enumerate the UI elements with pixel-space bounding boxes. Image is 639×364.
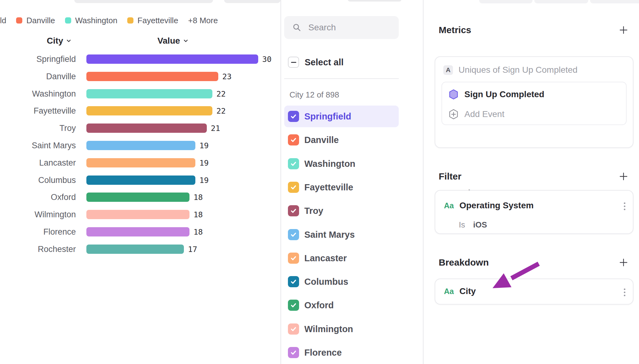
metric-header[interactable]: A Uniques of Sign Up Completed <box>443 65 577 75</box>
check-icon <box>290 136 297 144</box>
filter-kebab-menu[interactable] <box>619 199 630 213</box>
city-list-item[interactable]: Wilmington <box>284 318 399 340</box>
city-checkbox[interactable] <box>288 134 299 145</box>
city-list-item[interactable]: Columbus <box>284 271 399 292</box>
city-list-item[interactable]: Danville <box>284 129 399 151</box>
breakdown-card: Aa City <box>435 279 633 305</box>
city-label: Florence <box>304 348 342 358</box>
add-metric-button[interactable] <box>619 25 628 35</box>
city-checkbox[interactable] <box>288 323 299 335</box>
breakdown-property-row[interactable]: Aa City <box>444 286 476 296</box>
legend-more-label[interactable]: +8 More <box>188 16 218 25</box>
bar[interactable] <box>86 141 195 150</box>
city-checkbox[interactable] <box>288 205 299 216</box>
bar[interactable] <box>86 54 258 64</box>
search-input-box[interactable] <box>284 16 399 39</box>
bar-category-label: Rochester <box>0 245 76 254</box>
cutoff-tab-segment <box>479 0 532 3</box>
cutoff-tab-segment <box>590 0 639 3</box>
check-icon <box>290 325 297 333</box>
breakdown-kebab-menu[interactable] <box>619 285 630 299</box>
indeterminate-minus-icon <box>291 62 296 63</box>
city-checkbox[interactable] <box>288 158 299 169</box>
cutoff-panel-handle <box>348 0 402 2</box>
metrics-section-title: Metrics <box>439 25 471 35</box>
city-checkbox[interactable] <box>288 111 299 122</box>
bar[interactable] <box>86 106 212 115</box>
bar-value-label: 17 <box>188 245 197 254</box>
search-input[interactable] <box>308 22 389 33</box>
legend-item-partial[interactable]: ld <box>0 16 6 25</box>
column-header-city[interactable]: City <box>0 36 72 46</box>
filter-section-title: Filter <box>439 171 461 182</box>
cutoff-toolbar-segment <box>74 0 213 3</box>
bar[interactable] <box>86 193 189 202</box>
add-breakdown-button[interactable] <box>619 258 628 267</box>
legend-item[interactable]: Danville <box>16 16 55 25</box>
metric-letter-badge: A <box>443 65 453 75</box>
bar[interactable] <box>86 210 189 219</box>
city-list-item[interactable]: Saint Marys <box>284 224 399 245</box>
city-label: Wilmington <box>304 324 353 334</box>
city-list-item[interactable]: Springfield <box>284 106 399 127</box>
city-checkbox[interactable] <box>288 253 299 264</box>
select-all-checkbox[interactable] <box>288 57 299 68</box>
check-icon <box>290 207 297 214</box>
legend-item[interactable]: Washington <box>65 16 117 25</box>
city-checkbox[interactable] <box>288 182 299 193</box>
select-all-row[interactable]: Select all <box>284 51 399 73</box>
bar-value-label: 19 <box>199 176 209 185</box>
city-checkbox[interactable] <box>288 300 299 311</box>
add-filter-button[interactable] <box>619 172 628 181</box>
cutoff-tab-segment <box>534 0 588 3</box>
city-checkbox[interactable] <box>288 229 299 240</box>
event-name: Sign Up Completed <box>464 89 544 99</box>
filter-property-name: Operating System <box>459 201 534 210</box>
check-icon <box>290 231 297 238</box>
city-list-item[interactable]: Washington <box>284 153 399 175</box>
city-label: Oxford <box>304 300 334 310</box>
bar-value-label: 18 <box>193 210 203 219</box>
add-event-row[interactable]: Add Event <box>449 109 504 119</box>
breakdown-section-title: Breakdown <box>439 257 489 268</box>
legend-label: Fayetteville <box>137 16 178 25</box>
city-label: Danville <box>304 135 339 145</box>
city-checkbox[interactable] <box>288 276 299 287</box>
bar[interactable] <box>86 245 184 254</box>
city-list-item[interactable]: Fayetteville <box>284 176 399 198</box>
check-icon <box>290 254 297 262</box>
city-list-item[interactable]: Oxford <box>284 294 399 316</box>
city-list-item[interactable]: Florence <box>284 342 399 363</box>
city-label: Fayetteville <box>304 182 353 193</box>
bar[interactable] <box>86 176 195 185</box>
bar[interactable] <box>86 124 207 133</box>
bar[interactable] <box>86 158 195 167</box>
bar-category-label: Oxford <box>0 193 76 202</box>
bar-value-label: 22 <box>216 106 226 115</box>
city-list-item[interactable]: Lancaster <box>284 247 399 269</box>
legend-swatch <box>127 17 133 24</box>
city-count-label: City 12 of 898 <box>289 90 339 99</box>
bar-category-label: Saint Marys <box>0 141 76 150</box>
bar[interactable] <box>86 227 189 236</box>
city-list-item[interactable]: Troy <box>284 200 399 222</box>
event-row[interactable]: Sign Up Completed <box>449 89 544 100</box>
bar-value-label: 23 <box>222 72 232 81</box>
check-icon <box>290 349 297 356</box>
bar[interactable] <box>86 89 212 98</box>
filter-operator[interactable]: Is <box>459 220 465 230</box>
bar-value-label: 21 <box>211 124 220 133</box>
city-checkbox[interactable] <box>288 347 299 358</box>
breakdown-property-name: City <box>459 286 476 296</box>
panel-divider <box>423 0 424 364</box>
bar-category-label: Florence <box>0 227 76 236</box>
check-icon <box>290 184 297 191</box>
legend-item[interactable]: Fayetteville <box>127 16 178 25</box>
list-divider <box>284 78 399 79</box>
bar[interactable] <box>86 72 218 81</box>
filter-property-row[interactable]: Aa Operating System <box>444 201 534 210</box>
bar-category-label: Troy <box>0 124 76 133</box>
filter-value[interactable]: iOS <box>473 220 487 230</box>
column-header-value[interactable]: Value <box>151 36 195 46</box>
add-event-label: Add Event <box>464 109 504 119</box>
